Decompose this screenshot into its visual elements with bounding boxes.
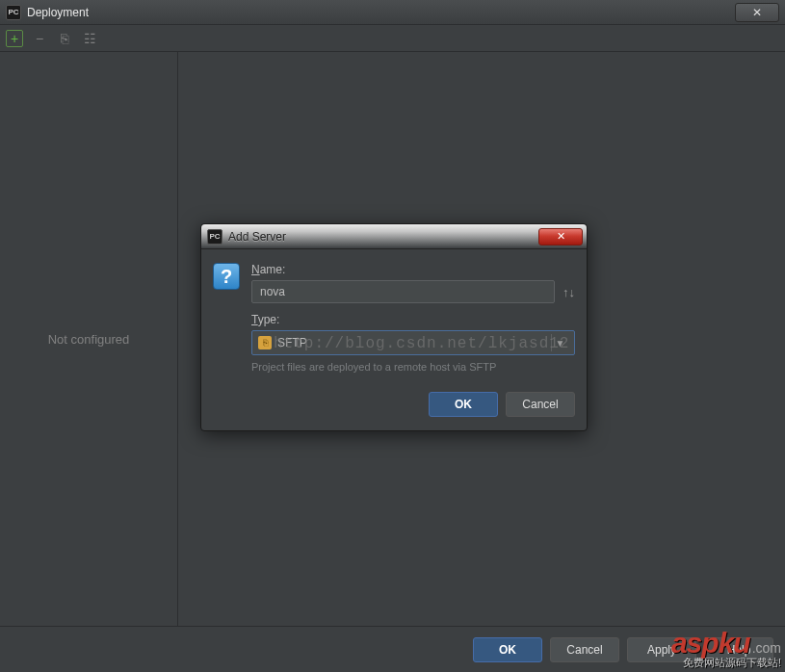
left-panel: Not configured — [0, 52, 178, 626]
help-icon: ? — [213, 263, 240, 290]
servers-icon: ☷ — [84, 31, 96, 46]
minus-icon: − — [36, 31, 43, 46]
name-mnemonic: N — [251, 263, 260, 276]
ok-label: OK — [455, 398, 472, 411]
help-button[interactable]: Help — [704, 637, 773, 662]
titlebar-left: PC Deployment — [0, 5, 89, 20]
modal-footer: OK Cancel — [201, 384, 587, 430]
help-label: Help — [727, 643, 751, 657]
modal-titlebar-left: PC Add Server — [201, 229, 286, 245]
modal-title: Add Server — [228, 230, 286, 244]
apply-label: Apply — [647, 643, 676, 657]
modal-close-button[interactable]: ✕ — [538, 228, 583, 246]
main-close-button[interactable]: ✕ — [735, 3, 779, 22]
cancel-button[interactable]: Cancel — [550, 637, 619, 662]
pycharm-icon: PC — [6, 5, 21, 20]
type-value: SFTP — [277, 336, 545, 349]
sort-icon[interactable]: ↑↓ — [563, 285, 575, 299]
modal-cancel-button[interactable]: Cancel — [506, 392, 575, 417]
modal-ok-button[interactable]: OK — [429, 392, 498, 417]
ok-button[interactable]: OK — [473, 637, 542, 662]
modal-titlebar: PC Add Server ✕ — [201, 224, 587, 249]
type-mnemonic: T — [251, 313, 258, 326]
name-row: ↑↓ — [251, 280, 575, 303]
pycharm-icon: PC — [207, 229, 222, 245]
chevron-down-icon: ▼ — [556, 338, 565, 349]
name-label: Name: — [251, 263, 575, 276]
ok-label: OK — [499, 643, 516, 657]
copy-icon: ⎘ — [61, 31, 68, 46]
copy-button[interactable]: ⎘ — [56, 30, 73, 47]
servers-button[interactable]: ☷ — [81, 30, 98, 47]
sftp-icon: ⎘ — [258, 336, 272, 349]
toolbar: + − ⎘ ☷ — [0, 25, 785, 52]
modal-body: ? Name: ↑↓ Type: ⎘ SFTP ▼ — [201, 249, 587, 384]
deployment-window: PC Deployment ✕ + − ⎘ ☷ Not configured O… — [0, 0, 785, 672]
dropdown-arrow-icon: ▼ — [551, 334, 568, 351]
type-label-rest: ype: — [258, 313, 280, 326]
cancel-label: Cancel — [566, 643, 602, 657]
cancel-label: Cancel — [522, 398, 558, 411]
form-fields: Name: ↑↓ Type: ⎘ SFTP ▼ Project fil — [251, 263, 575, 373]
add-button[interactable]: + — [6, 30, 23, 47]
plus-icon: + — [11, 31, 18, 46]
window-title: Deployment — [27, 6, 89, 19]
main-footer: OK Cancel Apply Help — [0, 626, 785, 672]
close-icon: ✕ — [557, 230, 565, 243]
main-titlebar: PC Deployment ✕ — [0, 0, 785, 25]
apply-button[interactable]: Apply — [627, 637, 696, 662]
not-configured-text: Not configured — [48, 332, 130, 347]
name-input[interactable] — [251, 280, 555, 303]
remove-button[interactable]: − — [31, 30, 48, 47]
type-description: Project files are deployed to a remote h… — [251, 361, 575, 373]
type-select[interactable]: ⎘ SFTP ▼ — [251, 330, 575, 355]
question-mark-icon: ? — [221, 266, 232, 288]
type-label: Type: — [251, 313, 575, 326]
close-icon: ✕ — [752, 6, 762, 19]
add-server-dialog: PC Add Server ✕ ? Name: ↑↓ Ty — [200, 223, 588, 431]
name-label-rest: ame: — [260, 263, 286, 276]
